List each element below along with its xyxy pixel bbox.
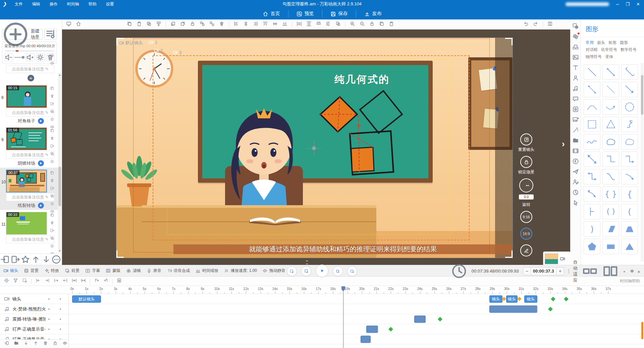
clip-镜头[interactable]: 镜头 [506,295,518,303]
timeline-locate-button[interactable] [4,278,9,284]
layer-tool-录音[interactable]: 录音 [147,268,161,274]
home-button[interactable]: 首页 [255,8,288,19]
timeline-bottom-folder-button[interactable] [14,341,19,347]
shape-line-hooks[interactable] [621,64,638,80]
shape-category-常用[interactable]: 常用 [586,40,594,46]
save-button[interactable]: 保存 [322,8,356,19]
track-height-large-icon[interactable] [602,263,619,280]
scene-panel-import-button[interactable] [0,254,10,265]
play-scene-button[interactable] [301,266,311,276]
shape-category-数学符号[interactable]: 数学符号 [621,47,637,53]
toolbar-lock-button[interactable] [369,21,375,28]
keyframe-diamond-green[interactable] [564,297,569,301]
toolbar-copy-button[interactable] [379,21,384,28]
timeline-add-before-button[interactable] [94,278,99,284]
shape-circle-dashed[interactable] [621,99,638,115]
layer-tool-播放速度: 1.00[interactable]: 播放速度: 1.00 [224,268,257,274]
shape-curve-arrow-dashed[interactable] [602,99,619,115]
keyframe-diamond-green[interactable] [548,307,553,311]
menu-操作[interactable]: 操作 [50,1,58,7]
toolbar-same-height-button[interactable] [326,21,331,28]
strip-shapes-button[interactable] [572,23,579,30]
toolbar-align-middle-button[interactable] [272,21,278,28]
toolbar-undo-button[interactable] [523,21,529,28]
strip-wand-button[interactable] [572,127,579,133]
shape-dotted-line[interactable] [602,82,619,97]
toolbar-clone-button[interactable] [146,21,152,28]
new-scene-button[interactable]: 新建场景 [2,29,43,40]
keyframe-diamond-orange[interactable] [502,297,506,301]
shape-paren-pair[interactable]: ( ) [602,204,619,219]
shape-category-圆形[interactable]: 圆形 [620,40,628,46]
toolbar-group-button[interactable] [200,21,205,28]
rotation-dial[interactable] [519,178,533,192]
timeline-bottom-eye-button[interactable] [62,341,67,347]
timeline-ruler[interactable]: 0s1s2s3s4s5s6s7s8s9s10s11s12s13s14s15s16… [0,286,644,294]
volume-slider[interactable] [14,57,24,58]
scene-clone-button[interactable] [50,151,54,157]
scene-note-input[interactable]: 点击添加备注信息 ✎ [6,235,54,243]
shape-line-endpoints[interactable] [602,64,619,80]
timeline-marquee-x-button[interactable] [22,278,27,284]
volume-down-button[interactable] [4,53,13,61]
toolbar-lock-button[interactable] [190,21,195,28]
play-camera-button[interactable] [347,266,357,276]
scene-clone-button[interactable] [50,236,54,242]
scene-note-input[interactable]: 点击添加备注信息 ✎ [6,151,54,159]
scene-star-button[interactable] [50,117,54,123]
transition-preview-button[interactable] [38,202,44,209]
scene-export-button[interactable] [50,143,54,150]
timeline-zoom-out-icon[interactable]: ▲ [623,270,626,273]
transition-preview-button[interactable] [38,160,44,166]
camera2-marker[interactable]: 2 [154,48,163,53]
shape-category-箭头[interactable]: 箭头 [597,40,605,46]
scene-copy-button[interactable] [50,213,54,219]
shape-tri-dashed[interactable] [602,117,619,132]
pythagoras-diagram[interactable] [318,88,412,182]
subtitle-bar[interactable]: 就能够通过添加诡异辅助线和精巧的推理证明来得到想要的结果 [173,244,513,254]
shape-wave[interactable] [584,134,600,150]
scene-sound-button[interactable] [50,61,54,67]
shape-brace-pair[interactable]: { } [602,186,619,202]
layer-tool-前景[interactable]: 前景 [65,268,79,274]
scene-export-button[interactable] [50,101,54,107]
layer-tool-背景[interactable]: 背景 [24,268,39,274]
shape-step-double-arrow[interactable] [584,169,600,184]
strip-image-button[interactable] [572,54,579,61]
shape-rect-solid[interactable] [602,239,619,254]
layer-tool-镜头[interactable]: 镜头 [3,268,18,274]
publish-button[interactable]: 发布 [356,8,390,19]
strip-pie-button[interactable] [572,189,579,196]
lock-scene-button[interactable] [520,156,532,168]
scene-note-input[interactable]: 点击添加备注信息 ✎ [6,65,54,73]
clip-镜头[interactable]: 镜头 [489,295,502,303]
shape-paren-right[interactable]: ) [584,221,600,237]
duration-increase-button[interactable]: ＋ [556,268,564,274]
timeline-bottom-import-button[interactable] [4,341,9,347]
toolbar-dist-h-button[interactable] [297,21,302,28]
timeline-bar-arrow-right-button[interactable] [45,278,50,284]
layer-tool-时间缩放[interactable]: 时间缩放 [196,268,218,274]
track-label-震撼-转场-咻-擦除-丨[interactable]: 震撼-转场-咻-擦除-丨 [0,314,69,324]
toolbar-align-center-button[interactable] [243,21,249,28]
timeline-bottom-arrow-up-button[interactable] [33,341,38,347]
toolbar-align-right-button[interactable] [253,21,258,28]
scene-copy-button[interactable] [50,128,54,134]
scene-trash-button[interactable] [50,178,54,184]
shape-parallelogram[interactable] [602,221,619,237]
toolbar-bring-front-button[interactable] [170,21,176,28]
clip-audio[interactable] [366,326,378,333]
toolbar-send-back-button[interactable] [180,21,185,28]
scene-panel-more-button[interactable] [51,254,62,265]
toolbar-slides-button[interactable] [66,21,71,28]
strip-folder-button[interactable] [572,137,579,144]
scene-panel-star-button[interactable] [20,254,31,265]
shape-brace-left[interactable]: { [621,186,638,202]
shape-trapezoid[interactable] [621,221,638,237]
open-book[interactable] [247,207,304,225]
strip-music-button[interactable] [572,85,579,92]
strip-effects-button[interactable] [572,33,579,40]
toolbar-trash-button[interactable] [219,21,224,28]
layer-tool-语音合成[interactable]: 语音合成 [167,268,190,274]
scene-item-11[interactable]: 1100:10点击添加备注信息 ✎ [0,210,62,243]
